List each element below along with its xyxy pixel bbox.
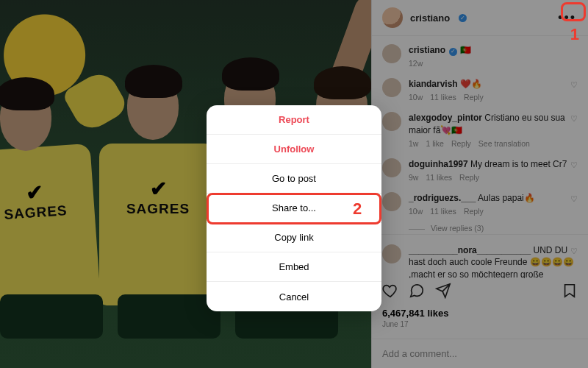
callout-box-1: [561, 2, 586, 21]
menu-go-to-post[interactable]: Go to post: [207, 164, 381, 194]
menu-embed[interactable]: Embed: [207, 252, 381, 282]
menu-unfollow[interactable]: Unfollow: [207, 135, 381, 164]
menu-copy-link[interactable]: Copy link: [207, 223, 381, 252]
callout-number-2: 2: [353, 199, 362, 219]
menu-report[interactable]: Report: [207, 105, 381, 135]
callout-number-1: 1: [570, 25, 579, 44]
menu-cancel[interactable]: Cancel: [207, 282, 381, 311]
